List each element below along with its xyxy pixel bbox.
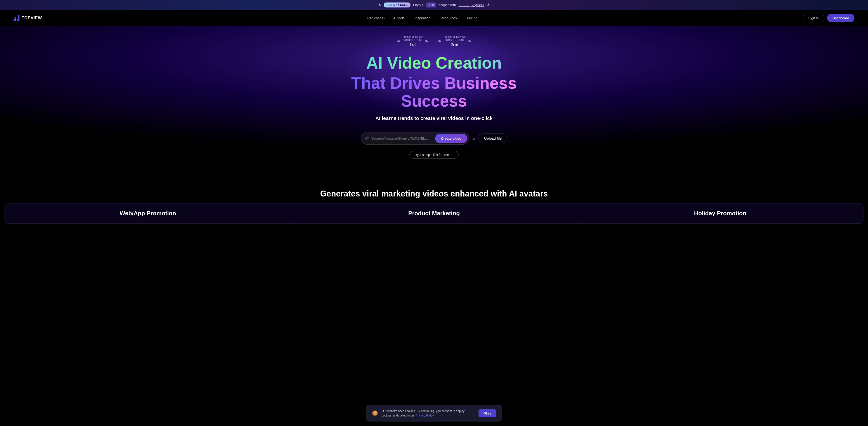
chevron-down-icon: ▾ xyxy=(431,17,432,19)
input-area: 🔗 Create video or Upload file xyxy=(332,132,536,145)
privacy-policy-link[interactable]: Privacy Policy xyxy=(415,414,434,417)
nav-label-resources: Resources xyxy=(440,16,457,20)
announcement-prefix: Enjoy a xyxy=(413,3,424,7)
announcement-bar: ✳ HOLIDAY SALE Enjoy a $60 coupon with a… xyxy=(0,0,868,10)
okay-button[interactable]: Okay xyxy=(478,409,496,417)
hero-title-line2: That Drives Business Success xyxy=(332,74,536,110)
nav-label-use-cases: Use cases xyxy=(367,16,383,20)
or-separator: or xyxy=(472,137,475,140)
card-product-marketing-title: Product Marketing xyxy=(298,210,570,217)
create-video-button[interactable]: Create video xyxy=(435,134,467,143)
sign-in-button[interactable]: Sign in xyxy=(803,13,825,22)
chevron-down-icon: ▾ xyxy=(458,17,459,19)
sample-link-text: Try a sample link for free xyxy=(414,153,449,157)
nav-item-pricing[interactable]: Pricing xyxy=(464,14,480,22)
card-holiday-promotion-title: Holiday Promotion xyxy=(584,210,857,217)
nav-links: Use cases ▾ AI tools ▾ Inspiration ▾ Res… xyxy=(364,14,480,22)
logo-text: TOPVIEW xyxy=(22,16,42,20)
logo-icon xyxy=(13,15,20,21)
card-product-marketing: Product Marketing xyxy=(291,203,577,223)
ph-badge-week: ❧ Product of the week PRODUCT HUNT 2nd ❧ xyxy=(438,35,471,47)
navbar: TOPVIEW Use cases ▾ AI tools ▾ Inspirati… xyxy=(0,10,868,26)
card-web-app: Web/App Promotion xyxy=(5,203,291,223)
ph-week-label: Product of the week xyxy=(443,35,465,38)
chevron-down-icon: ▾ xyxy=(405,17,407,19)
upload-file-button[interactable]: Upload file xyxy=(478,134,507,143)
nav-item-use-cases[interactable]: Use cases ▾ xyxy=(364,14,388,22)
bottom-cards: Web/App Promotion Product Marketing Holi… xyxy=(4,203,864,224)
url-input[interactable] xyxy=(371,137,433,140)
logo-bar-4 xyxy=(18,15,20,21)
card-holiday-promotion: Holiday Promotion xyxy=(577,203,863,223)
ph-badge-day: ❧ Product of the day PRODUCT HUNT 1st ❧ xyxy=(397,35,429,47)
logo[interactable]: TOPVIEW xyxy=(13,15,42,21)
nav-item-ai-tools[interactable]: AI tools ▾ xyxy=(390,14,410,22)
star-right-icon: ✳ xyxy=(487,3,490,7)
cookie-text: Our website uses cookies. By continuing,… xyxy=(381,409,475,418)
ph-week-rank: 2nd xyxy=(443,42,465,47)
nav-item-resources[interactable]: Resources ▾ xyxy=(437,14,462,22)
annual-payment-link[interactable]: annual payment xyxy=(458,3,484,7)
laurel-left-icon: ❧ xyxy=(397,38,401,44)
nav-label-inspiration: Inspiration xyxy=(415,16,430,20)
announcement-suffix: coupon with xyxy=(439,3,456,7)
card-web-app-title: Web/App Promotion xyxy=(11,210,284,217)
laurel-right-icon: ❧ xyxy=(425,38,429,44)
dashboard-button[interactable]: Dashboard xyxy=(827,14,855,22)
cookie-icon: 🍪 xyxy=(372,410,378,416)
holiday-badge: HOLIDAY SALE xyxy=(384,2,410,7)
ph-badge-day-text: Product of the day PRODUCT HUNT 1st xyxy=(403,35,423,47)
logo-bar-1 xyxy=(13,19,15,21)
chevron-down-icon: ▾ xyxy=(384,17,385,19)
ph-day-rank: 1st xyxy=(403,42,423,47)
link-icon: 🔗 xyxy=(365,136,369,141)
hero-title-line1: AI Video Creation xyxy=(332,54,536,72)
product-hunt-badges: ❧ Product of the day PRODUCT HUNT 1st ❧ … xyxy=(332,35,536,47)
cookie-banner: 🍪 Our website uses cookies. By continuin… xyxy=(366,405,502,422)
coupon-badge: $60 xyxy=(426,2,436,7)
laurel-left-icon: ❧ xyxy=(438,38,442,44)
hero-subtitle: AI learns trends to create viral videos … xyxy=(332,115,536,121)
logo-bar-3 xyxy=(17,20,18,21)
ph-week-brand: PRODUCT HUNT xyxy=(443,38,465,42)
url-input-wrapper: 🔗 Create video xyxy=(361,132,469,145)
ph-day-label: Product of the day xyxy=(403,35,423,38)
ph-day-brand: PRODUCT HUNT xyxy=(403,38,423,42)
hero-section: ❧ Product of the day PRODUCT HUNT 1st ❧ … xyxy=(0,26,868,180)
hero-content: ❧ Product of the day PRODUCT HUNT 1st ❧ … xyxy=(332,35,536,159)
section-title: Generates viral marketing videos enhance… xyxy=(0,180,868,199)
star-left-icon: ✳ xyxy=(378,3,381,7)
ph-badge-week-text: Product of the week PRODUCT HUNT 2nd xyxy=(443,35,465,47)
logo-bar-2 xyxy=(15,17,16,21)
nav-label-pricing: Pricing xyxy=(467,16,477,20)
nav-label-ai-tools: AI tools xyxy=(393,16,405,20)
arrow-right-icon: → xyxy=(451,153,454,157)
laurel-right-icon: ❧ xyxy=(467,38,471,44)
nav-actions: Sign in Dashboard xyxy=(803,13,855,22)
sample-link[interactable]: Try a sample link for free → xyxy=(409,151,459,159)
nav-item-inspiration[interactable]: Inspiration ▾ xyxy=(412,14,436,22)
